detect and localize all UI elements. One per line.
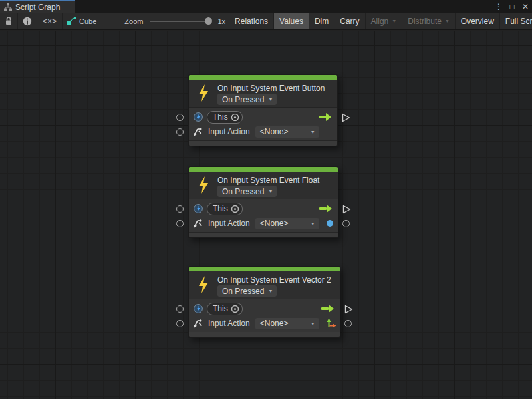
- node-footer: [189, 332, 340, 337]
- event-bolt-icon: [196, 175, 211, 195]
- align-label: Align: [371, 17, 389, 26]
- toolbar: <×> Cube Zoom 1x Relations Values Dim Ca…: [0, 13, 532, 30]
- this-port-row: This: [189, 110, 337, 124]
- node-color-bar: [189, 167, 338, 172]
- event-type-dropdown[interactable]: On Pressed ▼: [217, 94, 277, 105]
- input-action-dropdown[interactable]: <None> ▼: [255, 318, 319, 329]
- trigger-input-port[interactable]: [176, 114, 184, 121]
- zoom-label: Zoom: [120, 13, 147, 29]
- node-title: On Input System Event Button: [217, 84, 325, 93]
- window-menu-icon[interactable]: ⋮: [494, 2, 503, 11]
- machine-icon: [66, 17, 76, 25]
- this-object-field[interactable]: This: [207, 203, 243, 215]
- node-footer: [189, 140, 337, 146]
- chevron-down-icon: ▼: [311, 321, 315, 326]
- input-action-value: <None>: [260, 127, 289, 136]
- chevron-down-icon: ▼: [268, 97, 273, 102]
- float-value-icon: [327, 220, 333, 227]
- node-surface[interactable]: On Input System Event Vector 2 On Presse…: [188, 266, 340, 338]
- zoom-slider-handle[interactable]: [205, 17, 212, 25]
- close-icon[interactable]: ✕: [521, 2, 530, 11]
- input-action-port-row: Input Action <None> ▼: [189, 316, 340, 331]
- this-field-value: This: [213, 112, 231, 122]
- dim-button[interactable]: Dim: [309, 13, 334, 29]
- input-action-value: <None>: [260, 319, 289, 328]
- input-action-port-row: Input Action <None> ▼: [189, 216, 338, 231]
- node-title: On Input System Event Vector 2: [217, 275, 331, 285]
- input-action-label: Input Action: [208, 127, 250, 136]
- flow-arrow-icon: [321, 305, 334, 313]
- event-bolt-icon: [196, 83, 211, 103]
- chevron-down-icon: ▼: [268, 189, 273, 194]
- values-button[interactable]: Values: [274, 13, 309, 29]
- this-object-icon: [194, 112, 203, 122]
- node-color-bar: [189, 75, 337, 80]
- flow-output-port[interactable]: [342, 205, 351, 214]
- node-body: This: [189, 299, 340, 332]
- this-object-field[interactable]: This: [207, 111, 243, 124]
- this-field-value: This: [213, 304, 231, 313]
- this-port-row: This: [189, 301, 340, 316]
- this-object-icon: [194, 304, 203, 313]
- edit-source-button[interactable]: <×>: [37, 13, 63, 29]
- input-action-label: Input Action: [208, 319, 250, 328]
- trigger-input-port[interactable]: [176, 305, 184, 313]
- chevron-down-icon: ▼: [268, 289, 273, 293]
- value-output-port[interactable]: [344, 320, 352, 327]
- graph-icon: [4, 3, 12, 11]
- event-type-value: On Pressed: [222, 287, 264, 296]
- maximize-icon[interactable]: □: [507, 2, 517, 11]
- node-surface[interactable]: On Input System Event Button On Pressed …: [188, 74, 338, 146]
- info-icon: [23, 17, 32, 26]
- this-field-value: This: [213, 204, 231, 213]
- event-type-dropdown[interactable]: On Pressed ▼: [217, 285, 277, 297]
- overview-button[interactable]: Overview: [456, 13, 500, 29]
- node-footer: [189, 232, 338, 237]
- input-action-icon: [194, 127, 203, 136]
- trigger-input-port[interactable]: [176, 205, 184, 213]
- flow-output-port[interactable]: [342, 113, 350, 122]
- node-header: On Input System Event Button On Pressed …: [189, 80, 337, 107]
- tab-bar: Script Graph ⋮ □ ✕: [0, 0, 532, 13]
- code-icon: <×>: [43, 17, 57, 26]
- distribute-label: Distribute: [408, 17, 442, 26]
- input-action-dropdown[interactable]: <None> ▼: [255, 218, 319, 229]
- input-action-icon: [194, 319, 203, 328]
- zoom-slider[interactable]: [147, 13, 213, 29]
- this-port-row: This: [189, 201, 338, 216]
- object-picker-icon[interactable]: [231, 205, 239, 213]
- flow-arrow-icon: [318, 113, 331, 121]
- inspect-button[interactable]: [18, 13, 37, 29]
- distribute-button[interactable]: Distribute ▼: [402, 13, 456, 29]
- input-action-dropdown[interactable]: <None> ▼: [255, 126, 319, 138]
- tab-script-graph[interactable]: Script Graph: [0, 0, 75, 13]
- this-object-field[interactable]: This: [207, 303, 243, 315]
- node-title: On Input System Event Float: [217, 176, 319, 185]
- object-picker-icon[interactable]: [231, 305, 239, 313]
- relations-button[interactable]: Relations: [229, 13, 274, 29]
- graph-canvas[interactable]: On Input System Event Button On Pressed …: [0, 31, 532, 399]
- node-surface[interactable]: On Input System Event Float On Pressed ▼…: [188, 166, 338, 238]
- event-type-dropdown[interactable]: On Pressed ▼: [217, 186, 277, 197]
- align-button[interactable]: Align ▼: [366, 13, 403, 29]
- action-input-port[interactable]: [176, 320, 184, 327]
- value-output-port[interactable]: [342, 220, 350, 227]
- node-body: This: [189, 199, 338, 232]
- carry-button[interactable]: Carry: [334, 13, 365, 29]
- zoom-slider-track[interactable]: [150, 21, 211, 22]
- node-header: On Input System Event Float On Pressed ▼: [189, 172, 338, 199]
- flow-output-port[interactable]: [344, 305, 353, 314]
- vector2-value-icon: [326, 318, 336, 329]
- action-input-port[interactable]: [176, 220, 184, 227]
- action-input-port[interactable]: [176, 128, 184, 136]
- node-color-bar: [189, 267, 340, 271]
- object-picker-icon[interactable]: [231, 113, 239, 122]
- chevron-down-icon: ▼: [311, 130, 315, 134]
- lock-button[interactable]: [0, 13, 18, 29]
- full-screen-button[interactable]: Full Screen: [500, 13, 532, 29]
- graph-breadcrumb[interactable]: Cube: [63, 13, 100, 29]
- input-action-value: <None>: [260, 219, 289, 228]
- input-action-port-row: Input Action <None> ▼: [189, 124, 337, 139]
- zoom-value: 1x: [213, 13, 229, 29]
- chevron-down-icon: ▼: [445, 19, 450, 23]
